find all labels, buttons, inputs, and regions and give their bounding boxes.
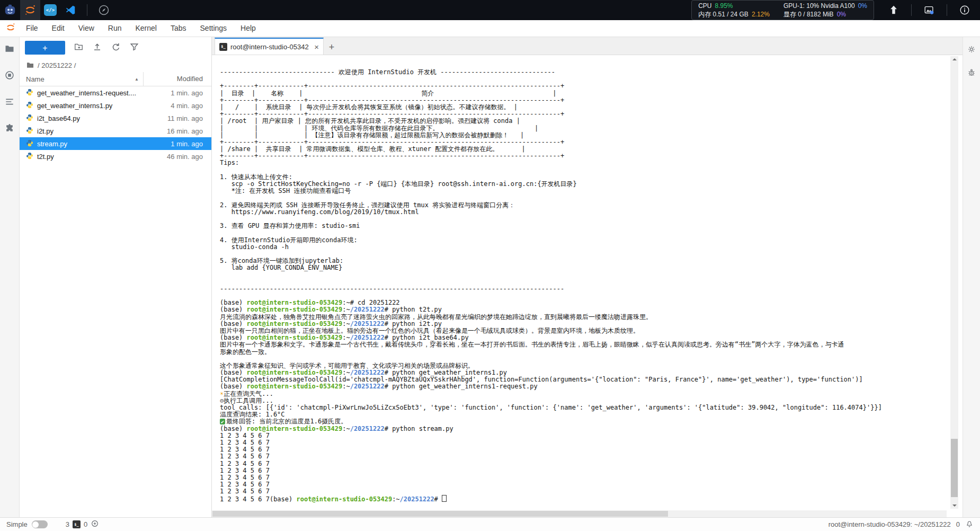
workspace: + / 20251222 / Name	[0, 37, 980, 517]
terminal-line: 1 2 3 4 5 6 7	[220, 474, 931, 481]
tab-bar: $_ root@intern-studio-05342 × +	[212, 37, 963, 55]
file-name: i2t.py	[37, 127, 144, 135]
terminal-line: 1 2 3 4 5 6 7	[220, 446, 931, 453]
menu-item[interactable]: Kernel	[128, 20, 163, 37]
topbar-divider	[947, 4, 947, 16]
new-folder-icon[interactable]	[74, 42, 84, 54]
internstudio-logo[interactable]	[0, 0, 20, 20]
terminal-line: 1 2 3 4 5 6 7	[220, 432, 931, 439]
upload-icon[interactable]	[92, 42, 102, 54]
debugger-icon[interactable]	[967, 68, 976, 79]
name-column-header[interactable]: Name ▲	[26, 75, 143, 83]
jupyter-icon	[24, 4, 37, 16]
terminal-icon: $_	[219, 43, 227, 51]
scroll-down-arrow[interactable]	[950, 501, 958, 509]
file-row[interactable]: stream.py 1 min. ago	[20, 137, 211, 150]
terminal-line: (base) root@intern-studio-053429:~/20251…	[220, 426, 931, 432]
menu-item[interactable]: Help	[234, 20, 263, 37]
compass-tile[interactable]	[94, 0, 114, 20]
file-row[interactable]: i2t_base64.py 11 min. ago	[20, 112, 211, 125]
terminal-line: 图片中有一个卡通形象和文字。卡通形象是一个古代书生，戴着传统头巾，穿着长袍，坐在…	[220, 341, 931, 348]
new-launcher-button[interactable]: +	[25, 41, 65, 55]
filter-icon[interactable]	[129, 42, 139, 54]
vscode-tile[interactable]	[60, 0, 81, 20]
cpu-stat: CPU8.95%	[698, 2, 770, 10]
file-name: t2t.py	[37, 153, 144, 161]
terminals-count: 3	[66, 520, 69, 528]
file-list: get_weather_interns1-request.... 1 min. …	[20, 86, 211, 517]
menu-item[interactable]: Tabs	[164, 20, 193, 37]
vertical-scrollbar[interactable]	[950, 56, 958, 509]
gpu-stat: GPU-1: 10% Nvidia A1000%	[783, 2, 867, 10]
terminal-cwd-status: root@intern-studio-053429: ~/20251222	[828, 520, 951, 528]
vram-stat: 显存 0 / 8182 MiB0%	[783, 10, 867, 19]
python-file-icon	[26, 101, 33, 110]
file-browser-toolbar: +	[20, 37, 211, 58]
horizontal-scrollbar-thumb[interactable]	[212, 511, 668, 517]
tab-close-icon[interactable]: ×	[314, 42, 319, 51]
terminal-line: 1 2 3 4 5 6 7(base) root@intern-studio-0…	[220, 495, 931, 502]
refresh-icon[interactable]	[111, 42, 121, 54]
jupyter-tool-tile[interactable]	[20, 0, 40, 20]
file-name: get_weather_interns1.py	[37, 102, 144, 110]
menu-item[interactable]: Run	[101, 20, 129, 37]
robot-logo-icon	[3, 3, 17, 17]
terminal-output[interactable]: ------------------------------ 欢迎使用 Inte…	[220, 69, 931, 509]
main-dock-panel: $_ root@intern-studio-05342 × + --------…	[212, 37, 963, 517]
menu-bar: File Edit View Run Kernel Tabs Settings …	[0, 20, 980, 37]
menu-item[interactable]: File	[19, 20, 45, 37]
export-image-button[interactable]	[919, 0, 939, 20]
jupyter-logo-icon	[5, 22, 16, 35]
simple-mode-toggle[interactable]	[32, 520, 48, 528]
vertical-scrollbar-thumb[interactable]	[951, 439, 958, 497]
terminal-tab[interactable]: $_ root@intern-studio-05342 ×	[215, 38, 324, 55]
menu-item[interactable]: Settings	[193, 20, 234, 37]
kernels-count: 0	[84, 520, 87, 528]
terminal-status-icon[interactable]: $_	[73, 520, 81, 528]
file-modified: 1 min. ago	[144, 89, 211, 97]
kernel-sessions-icon[interactable]	[91, 519, 99, 529]
terminal-line	[220, 167, 931, 174]
export-image-icon	[923, 4, 935, 16]
menu-item[interactable]: View	[72, 20, 101, 37]
terminal-line	[220, 271, 931, 278]
menu-item[interactable]: Edit	[45, 20, 72, 37]
file-modified: 11 min. ago	[144, 114, 211, 122]
breadcrumb-path: / 20251222 /	[38, 61, 76, 69]
terminal-line: 1 2 3 4 5 6 7	[220, 467, 931, 474]
terminal-line: +--------+------------+-----------------…	[220, 153, 931, 160]
new-tab-button[interactable]: +	[324, 40, 340, 55]
table-of-contents-icon[interactable]	[4, 96, 15, 109]
terminal-line: ☀正在查询天气...	[220, 391, 931, 397]
horizontal-scrollbar[interactable]	[212, 510, 947, 517]
vscode-icon	[65, 4, 76, 16]
terminal-line: *注: 在开发机 SSH 连接功能查看端口号	[220, 188, 931, 194]
terminal-line: 1 2 3 4 5 6 7	[220, 453, 931, 460]
file-row[interactable]: get_weather_interns1-request.... 1 min. …	[20, 86, 211, 99]
extensions-icon[interactable]	[4, 123, 15, 136]
file-row[interactable]: get_weather_interns1.py 4 min. ago	[20, 99, 211, 112]
modified-column-header[interactable]: Modified	[143, 72, 211, 86]
terminal-line: 1 2 3 4 5 6 7	[220, 488, 931, 495]
notifications-count: 0	[956, 520, 960, 528]
file-row[interactable]: t2t.py 46 min. ago	[20, 150, 211, 163]
left-activity-bar	[0, 37, 20, 517]
status-bar: Simple 3 $_ 0 root@intern-studio-053429:…	[0, 517, 980, 531]
breadcrumb[interactable]: / 20251222 /	[20, 58, 211, 72]
code-server-tile[interactable]: </>	[40, 0, 60, 20]
file-row[interactable]: i2t.py 16 min. ago	[20, 125, 211, 137]
property-inspector-icon[interactable]	[967, 45, 976, 56]
simple-mode-label: Simple	[6, 520, 28, 528]
notification-bell-icon[interactable]	[965, 519, 974, 529]
info-button[interactable]	[955, 0, 975, 20]
python-file-icon	[26, 152, 33, 161]
file-modified: 1 min. ago	[144, 140, 211, 148]
python-file-icon	[26, 114, 33, 123]
upload-arrow-button[interactable]	[884, 0, 904, 20]
topbar-divider	[87, 4, 87, 16]
running-sessions-icon[interactable]	[4, 70, 15, 83]
terminal-line: 1 2 3 4 5 6 7	[220, 439, 931, 446]
scroll-up-arrow[interactable]	[950, 56, 958, 64]
toggle-knob	[32, 521, 39, 528]
file-browser-icon[interactable]	[4, 43, 15, 56]
